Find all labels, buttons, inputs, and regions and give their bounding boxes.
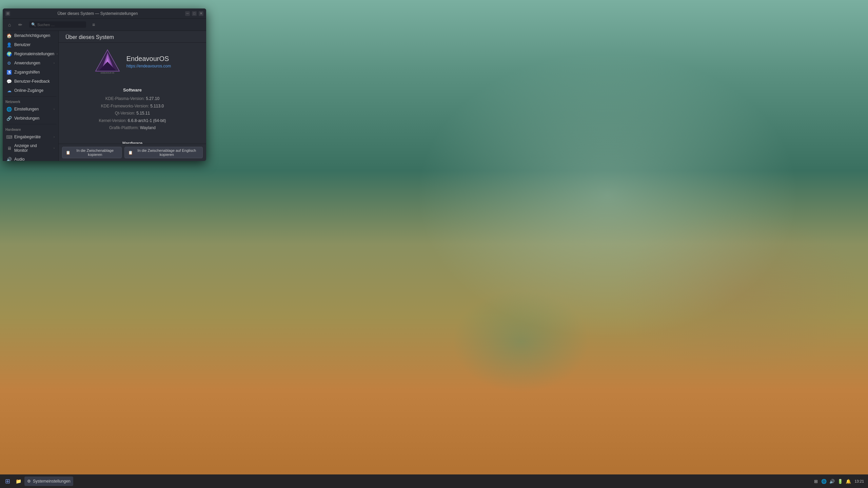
audio-icon: 🔊 <box>6 157 12 161</box>
search-box[interactable]: 🔍 <box>29 21 86 28</box>
copy-clipboard-button[interactable]: 📋 In die Zwischenablage kopieren <box>62 147 122 158</box>
user-icon: 👤 <box>6 42 12 47</box>
taskbar-settings-app[interactable]: ⚙ Systemeinstellungen <box>24 476 73 486</box>
window-titlebar: ⊞ Über dieses System — Systemeinstellung… <box>3 8 206 19</box>
sidebar-item-benachrichtigungen[interactable]: 🏠 Benachrichtigungen <box>4 31 57 40</box>
endeavouros-logo-svg: ENDEAVOUR OS <box>94 48 121 75</box>
copy-clipboard-english-button[interactable]: 📋 In die Zwischenablage auf Englisch kop… <box>124 147 203 158</box>
feedback-icon: 💬 <box>6 79 12 84</box>
taskbar-audio-icon[interactable]: 🔊 <box>829 478 835 485</box>
sidebar-item-verbindungen[interactable]: 🔗 Verbindungen <box>4 114 57 123</box>
sidebar-item-benutzer-feedback[interactable]: 💬 Benutzer-Feedback <box>4 77 57 86</box>
sidebar-label-anzeige-monitor: Anzeige und Monitor <box>14 143 51 153</box>
arrow-icon-eingabegeraete: › <box>54 135 55 139</box>
main-header: Über dieses System <box>59 31 206 43</box>
frameworks-label: KDE-Frameworks-Version: <box>101 104 150 108</box>
sidebar-label-online-zugaenge: Online-Zugänge <box>14 88 55 93</box>
taskbar-grid-icon[interactable]: ⊞ <box>812 478 819 485</box>
toolbar-edit-icon[interactable]: ✏ <box>16 21 24 29</box>
sidebar-item-zugangshilfen[interactable]: ♿ Zugangshilfen <box>4 68 57 77</box>
monitor-icon: 🖥 <box>6 145 12 151</box>
info-row-qt: Qt-Version: 5.15.11 <box>65 110 199 117</box>
section-title-software: Software <box>123 87 142 93</box>
section-label-netzwerk: Netzwerk <box>3 98 58 104</box>
info-row-plasma: KDE-Plasma-Version: 5.27.10 <box>65 95 199 103</box>
sidebar-label-einstellungen: Einstellungen <box>14 107 51 111</box>
sidebar-label-eingabegeraete: Eingabegeräte <box>14 135 51 139</box>
sidebar-item-benutzer[interactable]: 👤 Benutzer <box>4 40 57 49</box>
os-header: ENDEAVOUR OS EndeavourOS https://endeavo… <box>94 48 171 75</box>
info-row-frameworks: KDE-Frameworks-Version: 5.113.0 <box>65 103 199 110</box>
sidebar-label-verbindungen: Verbindungen <box>14 116 55 121</box>
sidebar-item-audio[interactable]: 🔊 Audio <box>4 155 57 161</box>
globe-icon: 🌍 <box>6 51 12 57</box>
os-name: EndeavourOS <box>126 55 171 63</box>
clipboard-en-icon: 📋 <box>128 150 133 155</box>
os-info: EndeavourOS https://endeavouros.com <box>126 55 171 69</box>
frameworks-value: 5.113.0 <box>150 104 164 108</box>
taskbar-app-menu[interactable]: ⊞ <box>3 476 12 486</box>
sidebar: 🏠 Benachrichtigungen 👤 Benutzer 🌍 Region… <box>3 31 59 161</box>
divider-netzwerk <box>5 96 56 97</box>
sidebar-label-benachrichtigungen: Benachrichtigungen <box>14 33 55 38</box>
keyboard-icon: ⌨ <box>6 134 12 140</box>
info-row-kernel: Kernel-Version: 6.6.8-arch1-1 (64-bit) <box>65 117 199 125</box>
accessibility-icon: ♿ <box>6 69 12 75</box>
taskbar: ⊞ 📁 ⚙ Systemeinstellungen ⊞ 🌐 🔊 🔋 🔔 13:2… <box>0 474 868 488</box>
arrow-icon-regionaleinstellungen: › <box>57 52 58 56</box>
grafik-value: Wayland <box>140 125 156 130</box>
clipboard-icon: 📋 <box>66 150 71 155</box>
plasma-value: 5.27.10 <box>146 96 159 101</box>
sidebar-label-regionaleinstellungen: Regionaleinstellungen <box>14 52 54 56</box>
copy-clipboard-english-label: In die Zwischenablage auf Englisch kopie… <box>135 148 199 157</box>
sidebar-label-anwendungen: Anwendungen <box>14 61 51 65</box>
home-icon: 🏠 <box>6 33 12 38</box>
search-input[interactable] <box>37 23 84 27</box>
os-url-link[interactable]: https://endeavouros.com <box>126 64 171 68</box>
window-maximize-button[interactable]: □ <box>192 11 197 16</box>
svg-text:ENDEAVOUR OS: ENDEAVOUR OS <box>101 72 115 74</box>
sidebar-label-benutzer: Benutzer <box>14 42 55 47</box>
section-label-hardware: Hardware <box>3 126 58 132</box>
plasma-label: KDE-Plasma-Version: <box>105 96 146 101</box>
info-row-grafik: Grafik-Plattform: Wayland <box>65 124 199 132</box>
taskbar-files-icon[interactable]: 📁 <box>14 476 23 486</box>
taskbar-battery-icon[interactable]: 🔋 <box>837 478 844 485</box>
sidebar-label-zugangshilfen: Zugangshilfen <box>14 70 55 75</box>
window-close-button[interactable]: ✕ <box>199 11 203 16</box>
search-icon: 🔍 <box>31 22 36 27</box>
taskbar-network-icon[interactable]: 🌐 <box>821 478 827 485</box>
section-title-hardware: Hardware <box>122 141 142 144</box>
taskbar-clock[interactable]: 13:21 <box>853 479 865 483</box>
sidebar-item-online-zugaenge[interactable]: ☁ Online-Zugänge <box>4 86 57 95</box>
sidebar-label-benutzer-feedback: Benutzer-Feedback <box>14 79 55 84</box>
cloud-icon: ☁ <box>6 88 12 93</box>
qt-value: 5.15.11 <box>136 111 150 116</box>
divider-hardware <box>5 124 56 124</box>
sidebar-item-einstellungen[interactable]: 🌐 Einstellungen › <box>4 105 57 114</box>
window-content: 🏠 Benachrichtigungen 👤 Benutzer 🌍 Region… <box>3 31 206 161</box>
hamburger-menu-button[interactable]: ≡ <box>91 21 96 28</box>
os-logo: ENDEAVOUR OS <box>94 48 121 75</box>
window-title: Über dieses System — Systemeinstellungen <box>12 11 183 16</box>
taskbar-notification-icon[interactable]: 🔔 <box>845 478 852 485</box>
toolbar-home-icon[interactable]: ⌂ <box>5 21 14 29</box>
sidebar-item-anzeige-monitor[interactable]: 🖥 Anzeige und Monitor › <box>4 142 57 155</box>
taskbar-settings-icon: ⚙ <box>27 479 31 484</box>
copy-clipboard-label: In die Zwischenablage kopieren <box>72 148 118 157</box>
window-menu-button[interactable]: ⊞ <box>5 11 10 16</box>
sidebar-item-anwendungen[interactable]: ⚙ Anwendungen › <box>4 59 57 67</box>
connections-icon: 🔗 <box>6 116 12 121</box>
sidebar-label-audio: Audio <box>14 157 55 161</box>
kernel-value: 6.6.8-arch1-1 (64-bit) <box>128 118 166 123</box>
taskbar-settings-label: Systemeinstellungen <box>33 479 71 484</box>
main-content: Über dieses System <box>59 31 206 161</box>
arrow-icon-anwendungen: › <box>54 61 55 65</box>
taskbar-right: ⊞ 🌐 🔊 🔋 🔔 13:21 <box>810 478 868 485</box>
network-icon: 🌐 <box>6 106 12 112</box>
sidebar-item-eingabegeraete[interactable]: ⌨ Eingabegeräte › <box>4 133 57 141</box>
arrow-icon-anzeige-monitor: › <box>54 146 55 150</box>
window-minimize-button[interactable]: ─ <box>185 11 190 16</box>
sidebar-item-regionaleinstellungen[interactable]: 🌍 Regionaleinstellungen › <box>4 49 57 58</box>
main-body: ENDEAVOUR OS EndeavourOS https://endeavo… <box>59 43 206 144</box>
